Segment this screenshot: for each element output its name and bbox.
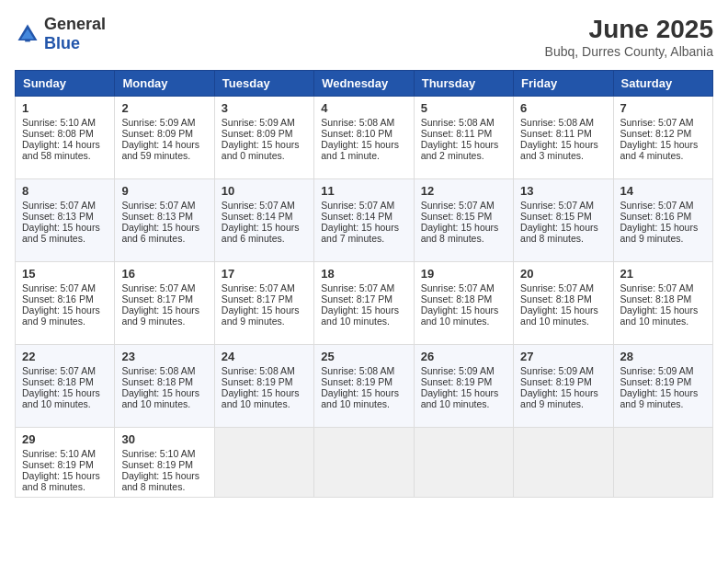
cell-daylight: Daylight: 15 hours [321, 387, 399, 398]
cell-daylight: Daylight: 15 hours [121, 222, 199, 233]
cell-sunrise: Sunrise: 5:07 AM [222, 282, 295, 293]
day-number: 4 [321, 101, 406, 115]
cell-daylight-cont: and 10 minutes. [222, 398, 290, 409]
cell-sunset: Sunset: 8:11 PM [421, 128, 493, 139]
cell-daylight-cont: and 58 minutes. [22, 150, 91, 161]
cell-sunrise: Sunrise: 5:07 AM [222, 200, 295, 211]
location-text: Bubq, Durres County, Albania [545, 44, 713, 59]
svg-rect-2 [25, 40, 30, 42]
cell-daylight: Daylight: 15 hours [421, 387, 499, 398]
calendar-table: Sunday Monday Tuesday Wednesday Thursday… [15, 70, 713, 498]
cell-daylight-cont: and 4 minutes. [620, 150, 684, 161]
cell-daylight: Daylight: 15 hours [520, 222, 598, 233]
header: General Blue June 2025 Bubq, Durres Coun… [15, 15, 713, 59]
calendar-cell-jun7: 7 Sunrise: 5:07 AM Sunset: 8:12 PM Dayli… [613, 97, 712, 179]
day-number: 24 [222, 350, 307, 363]
day-number: 17 [222, 267, 307, 281]
cell-sunset: Sunset: 8:19 PM [620, 376, 692, 387]
cell-sunset: Sunset: 8:09 PM [121, 128, 193, 139]
cell-daylight-cont: and 7 minutes. [321, 233, 384, 244]
calendar-row: 15 Sunrise: 5:07 AM Sunset: 8:16 PM Dayl… [16, 262, 713, 345]
cell-sunset: Sunset: 8:13 PM [22, 211, 94, 222]
cell-daylight: Daylight: 15 hours [620, 222, 699, 233]
cell-daylight: Daylight: 14 hours [22, 139, 100, 150]
cell-daylight: Daylight: 15 hours [620, 387, 699, 398]
cell-sunrise: Sunrise: 5:09 AM [421, 365, 495, 376]
calendar-cell-jun23: 23 Sunrise: 5:08 AM Sunset: 8:18 PM Dayl… [115, 345, 214, 428]
day-number: 12 [421, 184, 506, 198]
calendar-cell-jun28: 28 Sunrise: 5:09 AM Sunset: 8:19 PM Dayl… [613, 345, 712, 428]
cell-daylight: Daylight: 15 hours [222, 139, 300, 150]
calendar-cell-empty [414, 428, 513, 498]
logo: General Blue [15, 15, 106, 53]
col-thursday: Thursday [414, 71, 513, 97]
cell-sunset: Sunset: 8:13 PM [121, 211, 193, 222]
cell-sunrise: Sunrise: 5:08 AM [520, 117, 594, 128]
cell-sunset: Sunset: 8:18 PM [22, 376, 94, 387]
cell-daylight: Daylight: 15 hours [222, 222, 300, 233]
cell-daylight: Daylight: 15 hours [321, 139, 399, 150]
calendar-cell-empty [214, 428, 313, 498]
cell-sunset: Sunset: 8:17 PM [222, 293, 293, 304]
day-number: 27 [520, 350, 606, 363]
cell-sunset: Sunset: 8:19 PM [121, 459, 193, 470]
cell-daylight: Daylight: 15 hours [520, 387, 598, 398]
cell-sunrise: Sunrise: 5:08 AM [421, 117, 495, 128]
calendar-row: 1 Sunrise: 5:10 AM Sunset: 8:08 PM Dayli… [16, 97, 713, 179]
cell-sunrise: Sunrise: 5:07 AM [22, 365, 96, 376]
calendar-cell-jun16: 16 Sunrise: 5:07 AM Sunset: 8:17 PM Dayl… [115, 262, 214, 345]
calendar-cell-jun26: 26 Sunrise: 5:09 AM Sunset: 8:19 PM Dayl… [414, 345, 513, 428]
cell-daylight-cont: and 6 minutes. [222, 233, 285, 244]
cell-sunset: Sunset: 8:19 PM [520, 376, 592, 387]
calendar-row: 8 Sunrise: 5:07 AM Sunset: 8:13 PM Dayli… [16, 179, 713, 262]
day-number: 7 [620, 101, 706, 115]
cell-daylight-cont: and 5 minutes. [22, 233, 85, 244]
day-number: 30 [121, 432, 207, 446]
calendar-cell-empty [613, 428, 712, 498]
day-number: 18 [321, 267, 406, 281]
calendar-cell-jun17: 17 Sunrise: 5:07 AM Sunset: 8:17 PM Dayl… [214, 262, 313, 345]
cell-sunrise: Sunrise: 5:07 AM [22, 282, 96, 293]
cell-sunrise: Sunrise: 5:07 AM [121, 200, 195, 211]
logo-icon [15, 21, 40, 47]
calendar-row: 22 Sunrise: 5:07 AM Sunset: 8:18 PM Dayl… [16, 345, 713, 428]
cell-daylight-cont: and 8 minutes. [22, 481, 85, 492]
col-tuesday: Tuesday [214, 71, 313, 97]
day-number: 2 [121, 101, 207, 115]
calendar-cell-jun27: 27 Sunrise: 5:09 AM Sunset: 8:19 PM Dayl… [514, 345, 613, 428]
calendar-cell-jun21: 21 Sunrise: 5:07 AM Sunset: 8:18 PM Dayl… [613, 262, 712, 345]
day-number: 11 [321, 184, 406, 198]
cell-daylight: Daylight: 15 hours [520, 139, 598, 150]
cell-daylight-cont: and 3 minutes. [520, 150, 584, 161]
calendar-cell-jun11: 11 Sunrise: 5:07 AM Sunset: 8:14 PM Dayl… [314, 179, 414, 262]
cell-daylight: Daylight: 15 hours [620, 304, 699, 316]
page-container: General Blue June 2025 Bubq, Durres Coun… [15, 15, 713, 498]
cell-sunrise: Sunrise: 5:10 AM [121, 448, 195, 459]
cell-daylight-cont: and 10 minutes. [321, 398, 390, 409]
calendar-cell-jun15: 15 Sunrise: 5:07 AM Sunset: 8:16 PM Dayl… [16, 262, 115, 345]
calendar-cell-jun29: 29 Sunrise: 5:10 AM Sunset: 8:19 PM Dayl… [16, 428, 115, 498]
cell-daylight: Daylight: 15 hours [421, 222, 499, 233]
cell-sunset: Sunset: 8:08 PM [22, 128, 94, 139]
calendar-cell-empty [314, 428, 414, 498]
cell-daylight-cont: and 9 minutes. [520, 398, 584, 409]
cell-sunset: Sunset: 8:10 PM [321, 128, 392, 139]
day-number: 9 [121, 184, 207, 198]
calendar-cell-jun20: 20 Sunrise: 5:07 AM Sunset: 8:18 PM Dayl… [514, 262, 613, 345]
day-number: 26 [421, 350, 506, 363]
cell-daylight-cont: and 9 minutes. [620, 398, 684, 409]
col-sunday: Sunday [16, 71, 115, 97]
cell-daylight: Daylight: 14 hours [121, 139, 199, 150]
cell-sunset: Sunset: 8:17 PM [121, 293, 193, 304]
cell-sunset: Sunset: 8:17 PM [321, 293, 392, 304]
cell-daylight-cont: and 10 minutes. [520, 316, 589, 327]
cell-sunrise: Sunrise: 5:07 AM [421, 282, 495, 293]
day-number: 6 [520, 101, 606, 115]
calendar-row: 29 Sunrise: 5:10 AM Sunset: 8:19 PM Dayl… [16, 428, 713, 498]
cell-daylight: Daylight: 15 hours [222, 304, 300, 316]
calendar-cell-jun24: 24 Sunrise: 5:08 AM Sunset: 8:19 PM Dayl… [214, 345, 313, 428]
cell-sunrise: Sunrise: 5:07 AM [520, 200, 594, 211]
day-number: 1 [22, 101, 108, 115]
cell-sunset: Sunset: 8:19 PM [22, 459, 94, 470]
cell-daylight-cont: and 9 minutes. [222, 316, 285, 327]
